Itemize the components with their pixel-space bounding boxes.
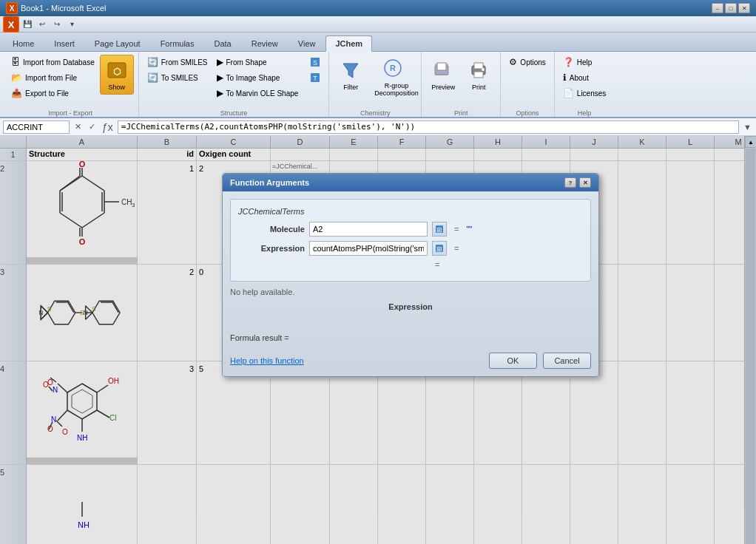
filter-label: Filter [343,84,358,91]
tab-page-layout[interactable]: Page Layout [85,35,150,51]
svg-text:⊞: ⊞ [436,226,442,234]
unknown-1[interactable]: S [306,55,324,69]
title-bar: X Book1 - Microsoft Excel – □ ✕ [0,0,756,16]
cancel-formula-button[interactable]: ✕ [72,122,84,132]
save-quick-button[interactable]: 💾 [21,18,34,31]
undo-button[interactable]: ↩ [36,18,49,31]
main-area: A B C D E F G H I J K L M 1 Structure id… [0,136,756,544]
tab-formulas[interactable]: Formulas [151,35,204,51]
print-label: Print [454,109,468,117]
svg-text:R: R [390,64,396,72]
show-button[interactable]: ⬡ Show [100,55,134,95]
dialog-extra-field: = [238,260,583,269]
insert-function-icon[interactable]: ƒx [101,121,115,133]
maximize-button[interactable]: □ [725,3,737,13]
options-content: ⚙ Options [505,55,549,108]
filter-button[interactable]: Filter [334,55,368,95]
dialog-molecule-ref-button[interactable]: ⊞ [432,222,447,237]
svg-marker-10 [343,64,358,78]
ribbon-group-options: ⚙ Options Options [501,52,554,117]
dialog-help-link[interactable]: Help on this function [230,356,304,365]
rgroup-button[interactable]: R-group Decomposition [371,80,415,99]
redo-button[interactable]: ↪ [50,18,64,31]
formula-bar: ✕ ✓ ƒx ▼ [0,118,756,136]
formula-expand-button[interactable]: ▼ [742,123,753,132]
filter-icon [339,58,362,82]
import-file-icon: 📂 [11,72,22,83]
dialog-expression-label: Expression [238,244,305,253]
licenses-icon: 📄 [563,88,574,98]
print-content: Preview Print [426,55,496,108]
to-image-shape-button[interactable]: ▶ To Image Shape [213,70,303,85]
dialog-molecule-field: Molecule ⊞ = "" [238,222,583,237]
help-button[interactable]: ❓ Help [559,55,610,69]
chemistry-label: Chemistry [360,109,391,117]
dialog-close-title-button[interactable]: ✕ [579,177,591,188]
structure-label: Structure [220,109,248,117]
dialog-help-title-button[interactable]: ? [564,177,576,188]
dialog-expression-area [230,311,591,333]
tab-jchem[interactable]: JChem [325,35,372,52]
dialog-expression-input[interactable] [309,241,428,256]
dialog-expression-field: Expression ⊞ = [238,241,583,256]
dialog-function-section: JCChemicalTerms Molecule ⊞ = "" Expressi… [230,199,591,282]
chemistry-content: Filter R R-group Decomposition [334,55,416,108]
unknown-2[interactable]: T [306,70,324,85]
options-button[interactable]: ⚙ Options [505,55,549,69]
print-button[interactable]: Print [462,55,496,95]
help-label: Help [578,109,592,117]
import-from-file-button[interactable]: 📂 Import from File [7,70,98,85]
window-controls: – □ ✕ [712,3,750,13]
dialog-expression-eq: = [451,244,462,253]
dialog-cancel-button[interactable]: Cancel [543,353,591,369]
from-shape-button[interactable]: ▶ From Shape [213,55,303,69]
tab-home[interactable]: Home [3,35,44,51]
to-smiles-button[interactable]: 🔄 To SMILES [144,70,212,85]
dialog-formula-result: Formula result = [230,333,591,342]
tab-insert[interactable]: Insert [44,35,84,51]
quick-access-toolbar: X 💾 ↩ ↪ ▾ [0,16,756,33]
dialog-body: JCChemicalTerms Molecule ⊞ = "" Expressi… [223,191,598,376]
to-marvin-ole-icon: ▶ [217,88,223,98]
import-from-database-button[interactable]: 🗄 Import from Database [7,55,98,69]
ribbon-group-chemistry: Filter R R-group Decomposition Chemistry [329,52,422,117]
options-icon: ⚙ [509,57,517,67]
confirm-formula-button[interactable]: ✓ [87,122,98,132]
minimize-button[interactable]: – [712,3,723,13]
licenses-button[interactable]: 📄 Licenses [559,86,610,101]
svg-text:X: X [10,4,15,13]
print-preview-button[interactable]: Preview [426,55,460,95]
svg-point-19 [482,68,485,71]
dialog-molecule-result: "" [466,225,472,234]
dialog-molecule-label: Molecule [238,225,305,234]
about-button[interactable]: ℹ About [559,70,610,85]
show-label: Show [108,84,125,91]
to-smiles-icon: 🔄 [147,72,158,83]
dialog-expression-ref-button[interactable]: ⊞ [432,241,447,256]
tab-data[interactable]: Data [204,35,240,51]
structure-content: 🔄 From SMILES 🔄 To SMILES ▶ From Shape ▶… [144,55,325,108]
function-arguments-dialog: Function Arguments ? ✕ JCChemicalTerms M… [222,173,599,377]
print-icon [467,58,490,82]
tab-view[interactable]: View [288,35,325,51]
close-button[interactable]: ✕ [738,3,750,13]
tab-review[interactable]: Review [242,35,288,51]
print-preview-icon [431,58,455,82]
name-box[interactable] [3,120,70,134]
dialog-title-text: Function Arguments [230,178,309,187]
dialog-overlay: Function Arguments ? ✕ JCChemicalTerms M… [0,136,756,544]
formula-input[interactable] [118,120,739,134]
import-export-label: Import - Export [49,109,93,117]
customize-quick-access-button[interactable]: ▾ [65,18,78,31]
from-smiles-icon: 🔄 [147,57,158,67]
from-smiles-button[interactable]: 🔄 From SMILES [144,55,212,69]
export-to-file-button[interactable]: 📤 Export to File [7,86,98,101]
dialog-section-title: JCChemicalTerms [238,207,583,216]
ribbon-group-help: ❓ Help ℹ About 📄 Licenses Help [555,52,614,117]
dialog-ok-button[interactable]: OK [489,353,537,369]
dialog-molecule-input[interactable] [309,222,428,237]
to-marvin-ole-button[interactable]: ▶ To Marvin OLE Shape [213,86,303,101]
help-icon: ❓ [563,57,574,67]
export-file-icon: 📤 [11,88,22,98]
dialog-no-help-text: No help available. [230,288,591,296]
